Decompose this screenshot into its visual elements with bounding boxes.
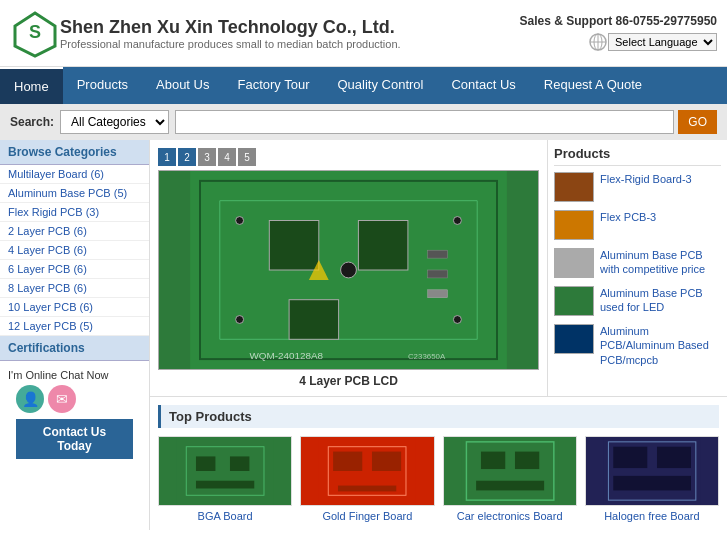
cat-10layer[interactable]: 10 Layer PCB (6) bbox=[0, 298, 149, 317]
top-products: Top Products BGA Board Gold Finger Board bbox=[150, 396, 727, 530]
nav-products[interactable]: Products bbox=[63, 67, 142, 104]
svg-rect-38 bbox=[480, 452, 504, 469]
product-item-0: Flex-Rigid Board-3 bbox=[554, 172, 721, 202]
cat-8layer[interactable]: 8 Layer PCB (6) bbox=[0, 279, 149, 298]
svg-rect-35 bbox=[338, 486, 396, 492]
product-card-label-1[interactable]: Gold Finger Board bbox=[300, 510, 434, 522]
cat-flex-rigid[interactable]: Flex Rigid PCB (3) bbox=[0, 203, 149, 222]
product-thumb-0 bbox=[554, 172, 594, 202]
svg-point-21 bbox=[453, 316, 461, 324]
cat-aluminum[interactable]: Aluminum Base PCB (5) bbox=[0, 184, 149, 203]
product-card-3: Halogen free Board bbox=[585, 436, 719, 522]
certifications-title: Certifications bbox=[0, 336, 149, 361]
chat-icon-person: 👤 bbox=[16, 385, 44, 413]
chat-icon-email: ✉ bbox=[48, 385, 76, 413]
svg-rect-14 bbox=[289, 300, 339, 340]
product-thumb-3 bbox=[554, 286, 594, 316]
svg-rect-43 bbox=[613, 447, 647, 468]
main-nav: Home Products About Us Factory Tour Qual… bbox=[0, 67, 727, 104]
product-link-0[interactable]: Flex-Rigid Board-3 bbox=[600, 172, 692, 186]
cat-12layer[interactable]: 12 Layer PCB (5) bbox=[0, 317, 149, 336]
slide-tab-2[interactable]: 2 bbox=[178, 148, 196, 166]
slide-tab-1[interactable]: 1 bbox=[158, 148, 176, 166]
svg-rect-26 bbox=[177, 437, 274, 505]
svg-rect-28 bbox=[196, 456, 215, 471]
product-thumb-2 bbox=[554, 248, 594, 278]
product-card-label-2[interactable]: Car electronics Board bbox=[443, 510, 577, 522]
main-layout: Browse Categories Multilayer Board (6) A… bbox=[0, 140, 727, 530]
search-input[interactable] bbox=[175, 110, 674, 134]
nav-contact[interactable]: Contact Us bbox=[437, 67, 529, 104]
svg-rect-44 bbox=[657, 447, 691, 468]
svg-rect-24 bbox=[428, 270, 448, 278]
svg-rect-13 bbox=[358, 221, 408, 271]
product-card-0: BGA Board bbox=[158, 436, 292, 522]
logo-icon: S bbox=[10, 8, 60, 58]
language-select[interactable]: Select Language bbox=[608, 33, 717, 51]
search-category[interactable]: All Categories bbox=[60, 110, 169, 134]
top-products-title: Top Products bbox=[158, 405, 719, 428]
slide-tab-5[interactable]: 5 bbox=[238, 148, 256, 166]
language-area: Select Language bbox=[520, 32, 717, 52]
product-grid: BGA Board Gold Finger Board Car electron… bbox=[158, 436, 719, 522]
cat-4layer[interactable]: 4 Layer PCB (6) bbox=[0, 241, 149, 260]
nav-quote[interactable]: Request A Quote bbox=[530, 67, 656, 104]
product-link-3[interactable]: Aluminum Base PCB used for LED bbox=[600, 286, 721, 315]
contact-us-today-button[interactable]: Contact Us Today bbox=[16, 419, 133, 459]
svg-point-22 bbox=[341, 262, 357, 278]
svg-rect-29 bbox=[230, 456, 249, 471]
slide-tab-4[interactable]: 4 bbox=[218, 148, 236, 166]
product-card-img-2 bbox=[443, 436, 577, 506]
svg-text:C233650A: C233650A bbox=[408, 352, 446, 361]
nav-factory[interactable]: Factory Tour bbox=[223, 67, 323, 104]
cat-2layer[interactable]: 2 Layer PCB (6) bbox=[0, 222, 149, 241]
support-area: Sales & Support 86-0755-29775950 Select … bbox=[520, 14, 717, 52]
company-tagline: Professional manufacture produces small … bbox=[60, 38, 520, 50]
slideshow-area: 1 2 3 4 5 bbox=[150, 140, 547, 396]
svg-rect-36 bbox=[461, 437, 558, 505]
product-item-3: Aluminum Base PCB used for LED bbox=[554, 286, 721, 316]
product-item-1: Flex PCB-3 bbox=[554, 210, 721, 240]
chat-status: I'm Online Chat Now 👤 ✉ Contact Us Today bbox=[0, 361, 149, 473]
chat-icons: 👤 ✉ bbox=[16, 385, 133, 413]
search-button[interactable]: GO bbox=[678, 110, 717, 134]
product-card-img-3 bbox=[585, 436, 719, 506]
svg-rect-45 bbox=[613, 476, 691, 491]
product-card-label-0[interactable]: BGA Board bbox=[158, 510, 292, 522]
content-area: 1 2 3 4 5 bbox=[150, 140, 727, 530]
product-card-label-3[interactable]: Halogen free Board bbox=[585, 510, 719, 522]
nav-home[interactable]: Home bbox=[0, 67, 63, 104]
svg-point-20 bbox=[236, 316, 244, 324]
nav-quality[interactable]: Quality Control bbox=[324, 67, 438, 104]
slide-caption: 4 Layer PCB LCD bbox=[158, 374, 539, 388]
product-card-1: Gold Finger Board bbox=[300, 436, 434, 522]
product-link-4[interactable]: Aluminum PCB/Aluminum Based PCB/mcpcb bbox=[600, 324, 721, 367]
globe-icon bbox=[588, 32, 608, 52]
product-card-img-1 bbox=[300, 436, 434, 506]
svg-rect-25 bbox=[428, 290, 448, 298]
company-info: Shen Zhen Xu Xin Technology Co., Ltd. Pr… bbox=[60, 17, 520, 50]
svg-rect-39 bbox=[514, 452, 538, 469]
nav-about[interactable]: About Us bbox=[142, 67, 223, 104]
svg-rect-30 bbox=[196, 481, 254, 489]
product-link-1[interactable]: Flex PCB-3 bbox=[600, 210, 656, 224]
search-label: Search: bbox=[10, 115, 54, 129]
slide-image: WQM-240128A8 C233650A bbox=[158, 170, 539, 370]
pcb-svg: WQM-240128A8 C233650A bbox=[159, 171, 538, 369]
logo-area: S Shen Zhen Xu Xin Technology Co., Ltd. … bbox=[10, 8, 520, 58]
cat-multilayer[interactable]: Multilayer Board (6) bbox=[0, 165, 149, 184]
products-panel-title: Products bbox=[554, 146, 721, 166]
product-link-2[interactable]: Aluminum Base PCB with competitive price bbox=[600, 248, 721, 277]
svg-point-18 bbox=[236, 217, 244, 225]
product-card-img-0 bbox=[158, 436, 292, 506]
svg-point-19 bbox=[453, 217, 461, 225]
header: S Shen Zhen Xu Xin Technology Co., Ltd. … bbox=[0, 0, 727, 67]
slide-tab-3[interactable]: 3 bbox=[198, 148, 216, 166]
slide-tabs: 1 2 3 4 5 bbox=[158, 148, 539, 166]
svg-rect-23 bbox=[428, 250, 448, 258]
product-item-4: Aluminum PCB/Aluminum Based PCB/mcpcb bbox=[554, 324, 721, 367]
company-name: Shen Zhen Xu Xin Technology Co., Ltd. bbox=[60, 17, 520, 38]
browse-categories-title: Browse Categories bbox=[0, 140, 149, 165]
svg-rect-12 bbox=[269, 221, 319, 271]
cat-6layer[interactable]: 6 Layer PCB (6) bbox=[0, 260, 149, 279]
